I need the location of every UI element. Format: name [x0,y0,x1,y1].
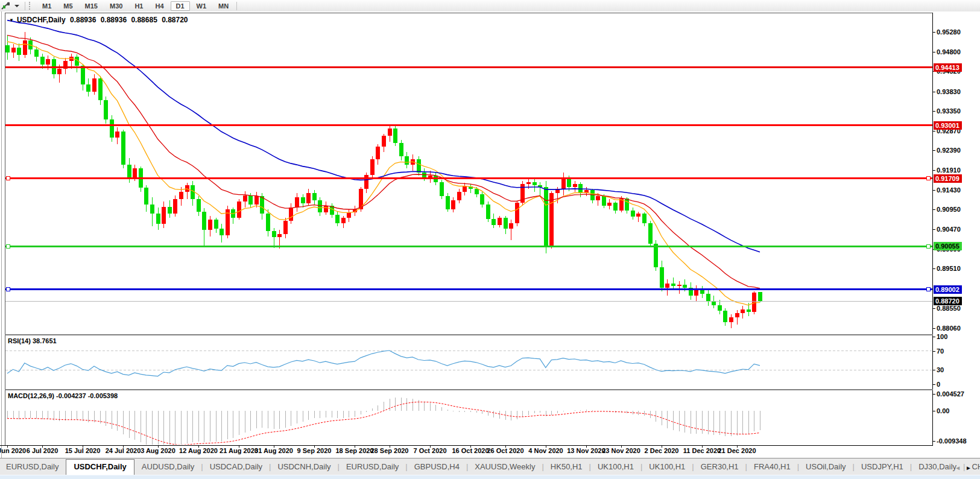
macd-indicator-label: MACD(12,26,9) -0.004237 -0.005398 [8,392,118,399]
timeframe-button-H1[interactable]: H1 [129,1,148,11]
chevron-down-icon[interactable] [14,5,19,7]
price-tick-label: 0.88550 [937,305,961,312]
price-tick-mark [932,32,935,33]
chart-tab-usdchf-daily[interactable]: USDCHF,Daily [66,459,134,475]
window-frame-left [1,11,2,458]
macd-tick-label: 0.004527 [937,390,964,398]
timeframe-button-W1[interactable]: W1 [191,1,212,11]
toolbar-separator [236,2,237,10]
timeframe-button-M30[interactable]: M30 [104,1,128,11]
timeframe-button-M1[interactable]: M1 [37,1,57,11]
line-handle-right[interactable] [926,176,931,180]
level-price-badge: 0.89002 [934,285,962,294]
timeframe-button-H4[interactable]: H4 [150,1,169,11]
timeframe-button-M5[interactable]: M5 [58,1,78,11]
date-tick-label: 23 Nov 2020 [602,447,640,454]
date-tick-label: 4 Nov 2020 [528,447,563,454]
ohlc-open: 0.88936 [70,16,96,24]
tab-scroll-right-button[interactable]: ► [966,465,976,471]
tab-scroll-buttons: ◄► [955,465,976,471]
chart-tab-bar: EURUSD,DailyUSDCHF,DailyAUDUSD,Daily|USD… [0,458,980,475]
price-tick-label: 0.88060 [937,325,961,332]
current-price-line [5,301,932,302]
chart-tab-ger30-h1[interactable]: GER30,H1 [695,462,745,475]
level-price-badge: 0.91709 [934,174,962,183]
chart-tab-usdcad-daily[interactable]: USDCAD,Daily [204,462,268,475]
date-tick-label: 26 Jun 2020 [0,447,26,454]
chart-tabs: EURUSD,DailyUSDCHF,DailyAUDUSD,Daily|USD… [0,459,980,475]
horizontal-line-0.91709[interactable] [5,177,932,179]
rsi-tick-mark [932,370,935,370]
chart-tab-usoil-daily[interactable]: USOil,Daily [800,462,852,475]
rsi-tick-label: 0 [937,381,940,388]
timeframe-button-D1[interactable]: D1 [171,1,190,11]
line-handle-right[interactable] [926,244,931,249]
date-tick-label: 31 Aug 2020 [254,447,293,454]
line-handle-right[interactable] [926,287,931,291]
timeframe-button-MN[interactable]: MN [213,1,234,11]
price-tick-mark [932,111,935,112]
horizontal-line-0.93001[interactable] [5,124,932,126]
date-tick-label: 28 Sep 2020 [371,447,409,454]
chart-tab-hk50-h1[interactable]: HK50,H1 [545,462,589,475]
price-tick-label: 0.91430 [937,186,961,194]
timeframes-toolbar: M1M5M15M30H1H4D1W1MN [0,0,980,12]
timeframe-buttons: M1M5M15M30H1H4D1W1MN [36,1,235,11]
date-tick-label: 3 Aug 2020 [141,447,175,454]
price-tick-label: 0.93350 [937,107,961,115]
horizontal-line-0.90055[interactable] [5,246,932,247]
symbol-dropdown-icon[interactable]: ▼ [9,17,14,23]
chart-tab-xauusd-weekly[interactable]: XAUUSD,Weekly [469,462,541,475]
date-tick-label: 6 Jul 2020 [27,447,58,454]
chart-tab-audusd-daily[interactable]: AUDUSD,Daily [136,462,200,475]
price-tick-mark [932,308,935,309]
price-tick-label: 0.89510 [937,265,961,272]
price-tick-label: 0.95280 [937,28,961,36]
horizontal-line-0.89002[interactable] [5,288,932,290]
price-tick-label: 0.94800 [937,48,961,56]
macd-tick-label: -0.009348 [937,437,967,445]
price-tick-label: 0.92390 [937,147,961,154]
rsi-tick-mark [932,351,935,352]
chart-tab-uk100-h1[interactable]: UK100,H1 [592,462,640,475]
horizontal-line-0.94413[interactable] [5,66,932,68]
date-tick-label: 18 Sep 2020 [336,447,374,454]
price-tick-mark [932,92,935,92]
chart-title: ▼USDCHF,Daily 0.88936 0.88936 0.88685 0.… [9,16,191,24]
ohlc-high: 0.88936 [101,16,127,24]
price-tick-mark [932,150,935,151]
level-price-badge: 0.90055 [934,242,962,250]
date-tick-label: 15 Jul 2020 [65,447,101,454]
price-tick-mark [932,328,935,329]
toolbar-grip-handle[interactable] [29,2,33,10]
macd-tick-label: 0.00 [937,407,949,414]
rsi-chart-canvas[interactable] [5,335,932,389]
toolbar-separator [25,2,25,10]
chart-tab-uk100-h1[interactable]: UK100,H1 [643,462,691,475]
price-tick-label: 0.90470 [937,226,961,233]
tab-scroll-left-button[interactable]: ◄ [955,465,966,471]
date-tick-label: 21 Aug 2020 [220,447,258,454]
line-handle-left[interactable] [6,244,10,249]
chart-tab-usdcnh-daily[interactable]: USDCNH,Daily [271,462,337,475]
chart-tab-gbpusd-h4[interactable]: GBPUSD,H4 [408,462,466,475]
date-tick-label: 7 Oct 2020 [413,447,446,454]
chart-tab-fra40-h1[interactable]: FRA40,H1 [748,462,797,475]
date-tick-label: 12 Aug 2020 [179,447,218,454]
chart-tab-eurusd-daily[interactable]: EURUSD,Daily [340,462,405,475]
main-chart-canvas[interactable] [5,13,932,334]
timeframe-button-M15[interactable]: M15 [80,1,103,11]
line-handle-left[interactable] [6,176,10,180]
price-tick-mark [932,190,935,191]
macd-chart-canvas[interactable] [5,390,932,445]
price-tick-label: 0.90950 [937,206,961,213]
chart-tab-eurusd-daily[interactable]: EURUSD,Daily [0,462,65,475]
rsi-tick-label: 100 [937,333,947,340]
rsi-tick-label: 30 [937,366,944,373]
current-price-badge: 0.88720 [934,297,962,305]
line-handle-left[interactable] [6,287,10,291]
price-tick-mark [932,229,935,230]
chart-tab-usdjpy-h1[interactable]: USDJPY,H1 [855,462,909,475]
chart-type-icon[interactable] [1,1,13,10]
rsi-tick-mark [932,337,935,337]
